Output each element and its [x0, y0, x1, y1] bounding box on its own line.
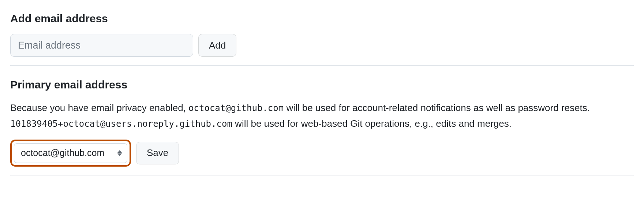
primary-email-select-highlight: octocat@github.com	[10, 140, 131, 167]
desc-text-2: will be used for account-related notific…	[284, 102, 590, 113]
primary-email-select-value: octocat@github.com	[21, 146, 104, 160]
up-down-caret-icon	[117, 150, 122, 156]
save-button[interactable]: Save	[136, 142, 179, 164]
desc-text-1: Because you have email privacy enabled,	[10, 102, 188, 113]
section-divider-bottom	[10, 175, 634, 176]
add-email-title: Add email address	[10, 10, 634, 27]
primary-email-section: Primary email address Because you have e…	[10, 76, 634, 167]
primary-email-title: Primary email address	[10, 76, 634, 93]
add-button[interactable]: Add	[198, 34, 236, 57]
primary-email-mono: octocat@github.com	[188, 103, 284, 113]
desc-text-3: will be used for web-based Git operation…	[232, 118, 512, 129]
primary-email-select[interactable]: octocat@github.com	[14, 143, 127, 163]
add-email-row: Add	[10, 34, 634, 57]
noreply-email-mono: 101839405+octocat@users.noreply.github.c…	[10, 119, 232, 129]
email-input[interactable]	[10, 34, 193, 57]
primary-email-description: Because you have email privacy enabled, …	[10, 100, 634, 132]
add-email-section: Add email address Add	[10, 10, 634, 57]
primary-email-row: octocat@github.com Save	[10, 140, 634, 167]
section-divider	[10, 65, 634, 66]
